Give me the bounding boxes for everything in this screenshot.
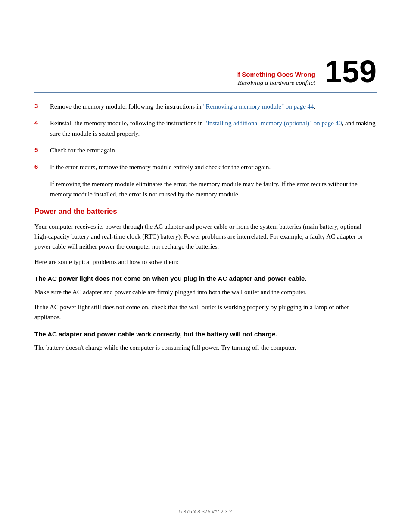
step-3: 3 Remove the memory module, following th… <box>34 102 377 112</box>
step-text-3: Remove the memory module, following the … <box>50 102 315 112</box>
step-number-5: 5 <box>34 146 42 153</box>
page: If Something Goes Wrong Resolving a hard… <box>0 0 411 532</box>
chapter-subtitle: Resolving a hardware conflict <box>236 79 315 87</box>
step-number-4: 4 <box>34 118 42 126</box>
step-text-6: If the error recurs, remove the memory m… <box>50 162 271 172</box>
ac-power-light-heading: The AC power light does not come on when… <box>34 274 377 283</box>
ac-power-para-2: If the AC power light still does not com… <box>34 302 377 323</box>
step-text-5: Check for the error again. <box>50 146 117 156</box>
power-intro-paragraph: Your computer receives its power through… <box>34 222 377 252</box>
link-installing-memory[interactable]: "Installing additional memory (optional)… <box>205 120 342 127</box>
step-5: 5 Check for the error again. <box>34 146 377 156</box>
header-text-block: If Something Goes Wrong Resolving a hard… <box>236 70 315 87</box>
steps-list: 3 Remove the memory module, following th… <box>34 102 377 172</box>
page-number: 159 <box>321 56 377 87</box>
step-number-6: 6 <box>34 162 42 170</box>
page-header: If Something Goes Wrong Resolving a hard… <box>0 0 411 87</box>
ac-power-para-1: Make sure the AC adapter and power cable… <box>34 287 377 297</box>
link-removing-memory[interactable]: "Removing a memory module" on page 44 <box>203 103 314 110</box>
battery-charge-para: The battery doesn't charge while the com… <box>34 343 377 353</box>
chapter-title: If Something Goes Wrong <box>236 70 315 79</box>
step-4: 4 Reinstall the memory module, following… <box>34 118 377 139</box>
step-text-4: Reinstall the memory module, following t… <box>50 118 377 139</box>
footer-text: 5.375 x 8.375 ver 2.3.2 <box>179 509 232 515</box>
typical-problems-intro: Here are some typical problems and how t… <box>34 257 377 267</box>
battery-charge-heading: The AC adapter and power cable work corr… <box>34 330 377 339</box>
power-section-heading: Power and the batteries <box>34 207 377 216</box>
main-content: 3 Remove the memory module, following th… <box>0 93 411 375</box>
step-6: 6 If the error recurs, remove the memory… <box>34 162 377 172</box>
step-number-3: 3 <box>34 102 42 109</box>
continuation-text: If removing the memory module eliminates… <box>50 179 377 199</box>
page-footer: 5.375 x 8.375 ver 2.3.2 <box>0 509 411 515</box>
